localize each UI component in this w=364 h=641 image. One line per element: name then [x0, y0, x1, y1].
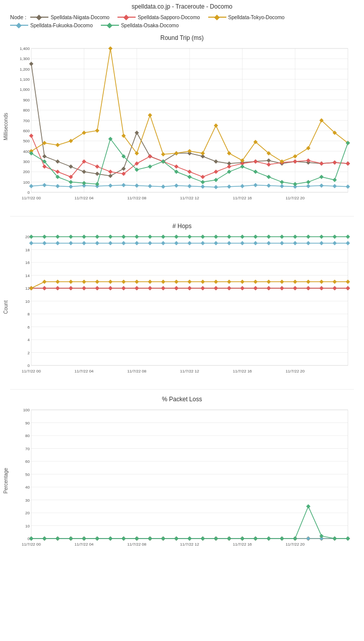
svg-rect-52 [29, 62, 33, 66]
legend-item-osaka: Spelldata-Osaka-Docomo [101, 22, 179, 28]
svg-rect-135 [135, 184, 139, 188]
svg-text:11/7/22 04: 11/7/22 04 [75, 196, 94, 200]
svg-rect-324 [267, 235, 271, 239]
svg-rect-269 [201, 280, 205, 284]
svg-rect-305 [346, 241, 350, 245]
svg-rect-277 [306, 280, 310, 284]
svg-text:11/7/22 12: 11/7/22 12 [180, 196, 199, 200]
svg-rect-306 [29, 235, 33, 239]
svg-text:11/7/22 20: 11/7/22 20 [285, 369, 305, 373]
svg-rect-242 [174, 286, 178, 290]
svg-rect-319 [201, 235, 205, 239]
svg-rect-232 [42, 286, 46, 290]
svg-rect-310 [82, 235, 86, 239]
svg-rect-239 [135, 286, 139, 290]
svg-text:1,200: 1,200 [20, 67, 30, 72]
hops-section: # Hops Count 0246810121416182011/7/22 00… [0, 219, 364, 387]
svg-rect-320 [214, 235, 218, 239]
svg-rect-100 [333, 161, 337, 165]
svg-rect-477 [254, 537, 258, 541]
svg-rect-144 [254, 183, 258, 187]
svg-rect-116 [214, 123, 218, 127]
svg-rect-5 [214, 15, 219, 20]
svg-text:11/7/22 12: 11/7/22 12 [180, 542, 199, 547]
svg-rect-9 [107, 23, 112, 28]
svg-rect-270 [214, 280, 218, 284]
svg-rect-60 [135, 131, 139, 135]
svg-rect-137 [161, 185, 165, 189]
svg-rect-83 [108, 170, 112, 174]
svg-text:90: 90 [25, 421, 30, 425]
packet-loss-section: % Packet Loss Percentage 010203040506070… [0, 392, 364, 560]
svg-rect-130 [69, 185, 73, 189]
round-trip-section: Round Trip (ms) Milliseconds 01002003004… [0, 30, 364, 214]
svg-text:11/7/22 20: 11/7/22 20 [285, 196, 305, 200]
svg-text:80: 80 [25, 434, 30, 438]
svg-rect-308 [55, 235, 59, 239]
legend-item-sapporo: Spelldata-Sapporo-Docomo [117, 14, 200, 20]
svg-rect-241 [161, 286, 165, 290]
svg-rect-312 [108, 235, 112, 239]
legend-item-niigata: Spelldata-Niigata-Docomo [30, 14, 109, 20]
round-trip-y-label: Milliseconds [1, 43, 10, 210]
svg-rect-169 [254, 170, 258, 174]
hops-y-label: Count [1, 232, 10, 383]
svg-rect-138 [174, 184, 178, 188]
svg-rect-247 [240, 286, 244, 290]
page-title: spelldata.co.jp - Traceroute - Docomo [0, 0, 364, 12]
svg-rect-471 [174, 537, 178, 541]
svg-rect-86 [148, 154, 152, 158]
svg-rect-248 [254, 286, 258, 290]
svg-rect-141 [214, 185, 218, 189]
svg-rect-77 [29, 134, 33, 138]
svg-rect-481 [306, 504, 310, 508]
svg-text:16: 16 [25, 260, 30, 265]
svg-text:60: 60 [25, 459, 30, 464]
svg-rect-326 [293, 235, 297, 239]
round-trip-title: Round Trip (ms) [0, 34, 364, 41]
legend-node-label: Node : [10, 14, 26, 20]
svg-rect-140 [201, 185, 205, 189]
svg-rect-461 [42, 537, 46, 541]
svg-rect-469 [148, 537, 152, 541]
svg-text:600: 600 [23, 129, 30, 133]
svg-rect-101 [346, 162, 350, 166]
svg-rect-294 [201, 241, 205, 245]
svg-rect-54 [55, 159, 59, 164]
svg-rect-473 [201, 537, 205, 541]
svg-rect-279 [333, 280, 337, 284]
svg-rect-253 [319, 286, 323, 290]
svg-rect-313 [122, 235, 126, 239]
svg-rect-233 [55, 286, 59, 290]
svg-rect-263 [122, 280, 126, 284]
svg-rect-99 [319, 162, 323, 166]
svg-text:11/7/22 16: 11/7/22 16 [233, 542, 252, 547]
svg-rect-307 [42, 235, 46, 239]
svg-rect-78 [42, 165, 46, 169]
svg-rect-53 [42, 154, 46, 158]
svg-text:200: 200 [23, 170, 30, 174]
svg-rect-174 [319, 175, 323, 179]
svg-rect-272 [240, 280, 244, 284]
svg-rect-295 [214, 241, 218, 245]
svg-rect-235 [82, 286, 86, 290]
svg-rect-258 [55, 280, 59, 284]
svg-rect-167 [227, 170, 231, 174]
svg-rect-256 [29, 286, 33, 290]
packet-loss-title: % Packet Loss [0, 396, 364, 403]
svg-text:0: 0 [28, 190, 30, 195]
svg-rect-275 [280, 280, 284, 284]
svg-rect-172 [293, 182, 297, 186]
svg-text:11/7/22 12: 11/7/22 12 [180, 369, 199, 373]
svg-rect-249 [267, 286, 271, 290]
svg-rect-291 [161, 241, 165, 245]
svg-rect-237 [108, 286, 112, 290]
svg-text:4: 4 [28, 338, 30, 342]
legend-area: Node : Spelldata-Niigata-DocomoSpelldata… [0, 12, 364, 30]
svg-rect-151 [346, 185, 350, 189]
svg-rect-115 [201, 151, 205, 155]
svg-rect-268 [188, 280, 192, 284]
svg-text:8: 8 [28, 312, 30, 316]
svg-rect-462 [55, 537, 59, 541]
svg-rect-483 [333, 537, 337, 541]
